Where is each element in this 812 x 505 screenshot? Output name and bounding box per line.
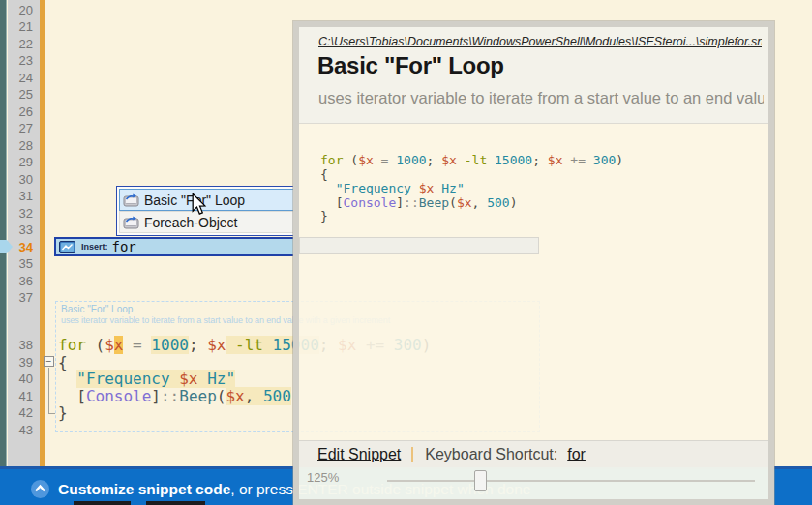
snippet-file-path-link[interactable]: C:\Users\Tobias\Documents\WindowsPowerSh…: [318, 35, 762, 48]
code-line: for ($x = 1000; $x -lt 15000; $x += 300): [320, 154, 623, 168]
line-number: 26: [0, 104, 37, 121]
line-number: 43: [0, 422, 37, 439]
change-tracking-bar: [40, 0, 45, 466]
line-number: 30: [0, 171, 37, 189]
code-line: [Console]::Beep($x, 500): [320, 196, 623, 211]
footer-separator: [411, 447, 413, 462]
panel-footer: Edit Snippet Keyboard Shortcut: for: [299, 440, 768, 467]
snippet-key-icon: [123, 193, 140, 207]
line-number: 35: [0, 255, 37, 273]
panel-header: C:\Users\Tobias\Documents\WindowsPowerSh…: [299, 27, 768, 124]
line-number: 38: [0, 337, 37, 354]
panel-inner-bar: [299, 237, 539, 254]
zoom-slider-thumb[interactable]: [474, 470, 487, 491]
bottom-button-edge: [74, 501, 131, 505]
line-number: 25: [0, 86, 37, 104]
status-message-bold: Customize snippet code: [58, 481, 230, 497]
line-number: 28: [0, 137, 37, 155]
line-number: 42: [0, 404, 37, 422]
line-number: 32: [0, 205, 37, 223]
line-number: 22: [0, 36, 37, 53]
line-number: 29: [0, 154, 37, 171]
line-number: 21: [0, 18, 37, 36]
snippet-key-icon: [123, 215, 140, 229]
line-number: 36: [0, 273, 37, 290]
code-line: }: [320, 210, 623, 224]
zoom-slider-track[interactable]: [387, 480, 755, 482]
mouse-cursor: [191, 193, 207, 216]
line-number: 37: [0, 289, 37, 307]
snippet-title: Basic "For" Loop: [317, 52, 504, 79]
bottom-button-edge: [146, 501, 205, 505]
line-number: 33: [0, 222, 37, 239]
code-line: {: [320, 168, 623, 183]
snippet-code-preview: for ($x = 1000; $x -lt 15000; $x += 300)…: [320, 154, 623, 224]
line-number: 41: [0, 388, 37, 405]
chevron-up-icon[interactable]: [31, 480, 49, 498]
fold-guide-corner: [48, 413, 55, 414]
fold-guide-line: [48, 368, 49, 413]
insert-bar: Insert: for: [54, 237, 297, 256]
line-number: 31: [0, 188, 37, 205]
snippet-preview-panel: C:\Users\Tobias\Documents\WindowsPowerSh…: [293, 21, 774, 505]
line-number: 40: [0, 371, 37, 388]
insert-bar-label: Insert:: [81, 242, 108, 252]
insert-bar-value: for: [112, 239, 136, 254]
line-number: 23: [0, 52, 37, 70]
zoom-level-label: 125%: [307, 470, 339, 485]
snippet-description: uses iterator variable to iterate from a…: [318, 89, 764, 107]
line-number: 24: [0, 70, 37, 87]
keyboard-shortcut-label: Keyboard Shortcut:: [425, 446, 557, 463]
edit-snippet-link[interactable]: Edit Snippet: [317, 446, 401, 463]
line-number: 39: [0, 354, 37, 371]
fold-collapse-icon[interactable]: −: [44, 356, 54, 367]
dropdown-item-label: Foreach-Object: [144, 215, 237, 230]
line-number: 27: [0, 120, 37, 137]
ise-snippet-screen: 2021222324252627282930313233343536373839…: [0, 0, 812, 505]
line-number: 20: [0, 2, 37, 19]
insert-icon: [59, 241, 75, 253]
code-line: "Frequency $x Hz": [320, 182, 623, 196]
zoom-slider-row: 125%: [299, 467, 768, 499]
ghost-snippet-title: Basic "For" Loop: [61, 304, 133, 314]
keyboard-shortcut-value-link[interactable]: for: [567, 446, 586, 463]
